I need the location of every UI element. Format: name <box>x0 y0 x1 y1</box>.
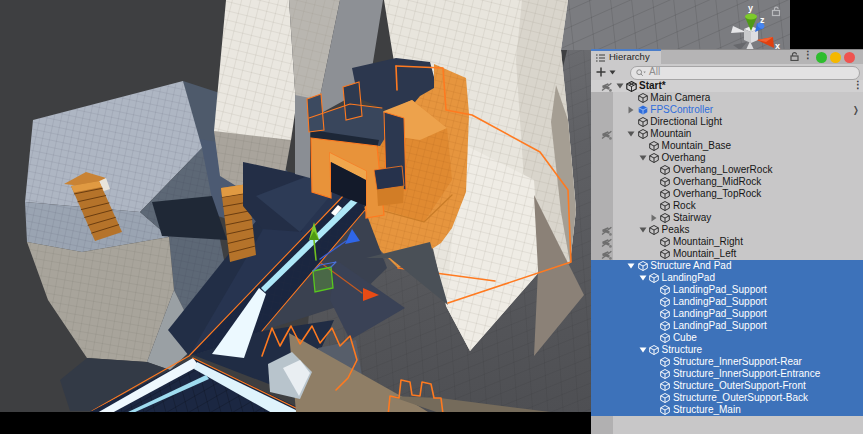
svg-text:y: y <box>748 3 753 13</box>
svg-text:z: z <box>760 15 765 25</box>
